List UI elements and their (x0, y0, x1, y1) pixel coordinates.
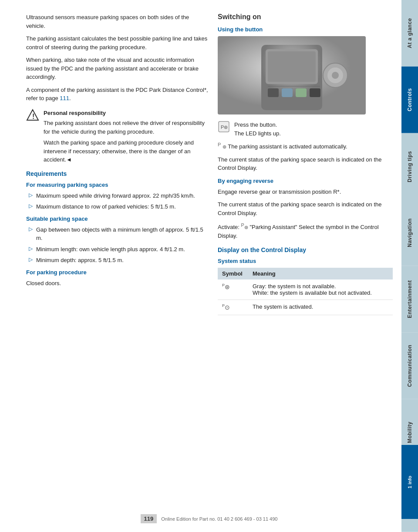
svg-rect-8 (310, 88, 320, 97)
sidebar-tab-entertainment[interactable]: Entertainment (401, 266, 418, 333)
info-tab-label: 1 info (407, 475, 412, 488)
table-header-meaning: Meaning (248, 268, 393, 279)
svg-rect-5 (268, 88, 279, 97)
page-link[interactable]: 111 (60, 95, 69, 101)
meaning-cell-1: Gray: the system is not available. White… (248, 279, 393, 300)
button-icon: P⊛ (218, 121, 230, 133)
for-measuring-heading: For measuring parking spaces (26, 182, 209, 188)
using-button-heading: Using the button (218, 26, 393, 33)
svg-rect-15 (268, 51, 316, 82)
for-parking-heading: For parking procedure (26, 269, 209, 276)
led-lights-label: The LED lights up. (234, 129, 281, 138)
footer-text: Online Edition for Part no. 01 40 2 606 … (161, 516, 277, 522)
meaning-cell-2: The system is activated. (248, 300, 393, 315)
meaning-line-1: Gray: the system is not available. (253, 283, 388, 290)
symbol-icon-1: P⊛ (222, 283, 230, 290)
intro-para-4: A component of the parking assistant is … (26, 86, 209, 103)
intro-para-1: Ultrasound sensors measure parking space… (26, 13, 209, 30)
bullet-arrow-icon-5: ▷ (29, 256, 33, 263)
measuring-bullet-2: ▷ Maximum distance to row of parked vehi… (26, 202, 209, 211)
symbol-cell-2: P⊙ (218, 300, 248, 315)
measuring-bullet-1: ▷ Maximum speed while driving forward ap… (26, 192, 209, 200)
warning-text: Personal responsibility The parking assi… (44, 109, 209, 164)
warning-body-1: The parking assistant does not relieve t… (44, 119, 209, 136)
svg-rect-9 (282, 88, 293, 97)
main-content: Ultrasound sensors measure parking space… (0, 0, 401, 532)
bullet-arrow-icon: ▷ (29, 192, 33, 198)
intro-para-3: When parking, also take note of the visu… (26, 56, 209, 81)
warning-icon: ! (26, 109, 39, 122)
symbol-icon-2: P⊙ (222, 303, 230, 311)
bullet-arrow-icon-3: ▷ (29, 226, 33, 232)
suitable-bullet-2: ▷ Minimum length: own vehicle length plu… (26, 245, 209, 254)
meaning-line-3: The system is activated. (253, 303, 388, 310)
status-text: The current status of the parking space … (218, 155, 393, 172)
suitable-parking-heading: Suitable parking space (26, 215, 209, 222)
suitable-text-2: Minimum length: own vehicle length plus … (36, 245, 185, 254)
display-heading: Display on the Control Display (218, 246, 393, 253)
p-symbol-2: P (241, 222, 244, 228)
system-status-heading: System status (218, 258, 393, 264)
press-button-row: P⊛ Press the button. The LED lights up. (218, 121, 393, 138)
car-button-image (218, 36, 366, 114)
svg-text:P⊛: P⊛ (221, 125, 228, 130)
auto-activate-text: P ⊛ The parking assistant is activated a… (218, 141, 393, 151)
page-footer: 119 Online Edition for Part no. 01 40 2 … (0, 514, 418, 523)
system-status-table: Symbol Meaning P⊛ Gray: the system is no… (218, 268, 393, 315)
svg-point-13 (332, 72, 339, 79)
suitable-text-1: Gap between two objects with a minimum l… (36, 226, 209, 242)
p-symbol: P (218, 142, 221, 147)
switching-on-heading: Switching on (218, 13, 393, 21)
press-text: Press the button. The LED lights up. (234, 121, 281, 138)
for-parking-text: Closed doors. (26, 279, 209, 288)
table-row: P⊛ Gray: the system is not available. Wh… (218, 279, 393, 300)
requirements-heading: Requirements (26, 170, 209, 177)
bullet-text-2: Maximum distance to row of parked vehicl… (36, 202, 176, 211)
activate-text: Activate: P⊛ "Parking Assistant" Select … (218, 222, 393, 240)
svg-rect-10 (296, 88, 307, 97)
engage-text: Engage reverse gear or transmission posi… (218, 188, 393, 196)
sidebar-tab-navigation[interactable]: Navigation (401, 199, 418, 266)
sidebar-tab-communication[interactable]: Communication (401, 333, 418, 399)
symbol-cell-1: P⊛ (218, 279, 248, 300)
warning-box: ! Personal responsibility The parking as… (26, 109, 209, 164)
left-column: Ultrasound sensors measure parking space… (26, 13, 209, 519)
by-engaging-heading: By engaging reverse (218, 178, 393, 184)
right-column: Switching on Using the button (218, 13, 393, 519)
table-header-symbol: Symbol (218, 268, 248, 279)
suitable-bullet-1: ▷ Gap between two objects with a minimum… (26, 226, 209, 242)
page-number: 119 (141, 514, 157, 523)
bullet-arrow-icon-4: ▷ (29, 246, 33, 252)
svg-text:!: ! (32, 113, 34, 120)
table-row-2: P⊙ The system is activated. (218, 300, 393, 315)
bullet-text-1: Maximum speed while driving forward appr… (36, 192, 195, 200)
meaning-line-2: White: the system is available but not a… (253, 290, 388, 296)
suitable-bullet-3: ▷ Minimum depth: approx. 5 ft/1.5 m. (26, 256, 209, 265)
sidebar-tab-at-a-glance[interactable]: At a glance (401, 0, 418, 67)
intro-para-2: The parking assistant calculates the bes… (26, 34, 209, 51)
bullet-arrow-icon-2: ▷ (29, 203, 33, 209)
warning-body-2: Watch the parking space and parking proc… (44, 138, 209, 164)
engage-status-text: The current status of the parking space … (218, 200, 393, 217)
page-container: Ultrasound sensors measure parking space… (0, 0, 418, 532)
warning-title: Personal responsibility (44, 109, 209, 118)
info-tab[interactable]: 1 info (401, 445, 418, 519)
suitable-text-3: Minimum depth: approx. 5 ft/1.5 m. (36, 256, 124, 265)
press-button-label: Press the button. (234, 121, 281, 129)
sidebar-tab-controls[interactable]: Controls (401, 67, 418, 133)
sidebar-tab-driving-tips[interactable]: Driving tips (401, 133, 418, 200)
